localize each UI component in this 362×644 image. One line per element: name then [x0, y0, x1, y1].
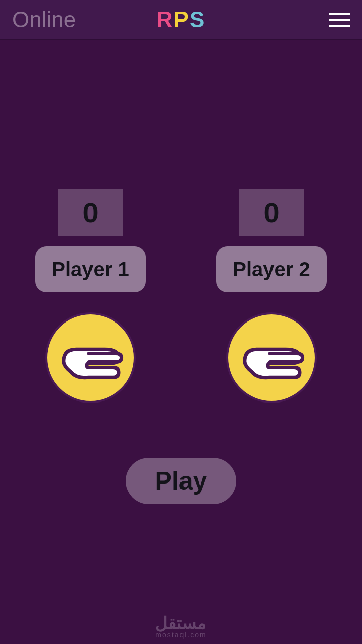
player-1-panel: 0 Player 1	[35, 189, 146, 403]
logo-letter-r: R	[157, 7, 174, 32]
watermark-latin: mostaql.com	[155, 631, 206, 639]
player-2-score: 0	[239, 189, 304, 236]
player-1-name[interactable]: Player 1	[35, 246, 146, 292]
player-2-hand-icon	[226, 312, 317, 403]
menu-icon[interactable]	[329, 13, 350, 27]
app-logo: RPS	[157, 7, 206, 32]
logo-letter-s: S	[190, 7, 205, 32]
play-button[interactable]: Play	[126, 458, 236, 504]
player-1-score: 0	[58, 189, 123, 236]
game-arena: 0 Player 1 0 Player 2	[0, 189, 362, 403]
app-header: Online RPS	[0, 0, 362, 40]
player-2-name[interactable]: Player 2	[216, 246, 327, 292]
watermark: مستقل mostaql.com	[155, 615, 206, 639]
watermark-arabic: مستقل	[155, 615, 206, 631]
logo-letter-p: P	[174, 7, 190, 32]
player-1-hand-icon	[45, 312, 136, 403]
player-2-panel: 0 Player 2	[216, 189, 327, 403]
status-label: Online	[12, 7, 76, 32]
